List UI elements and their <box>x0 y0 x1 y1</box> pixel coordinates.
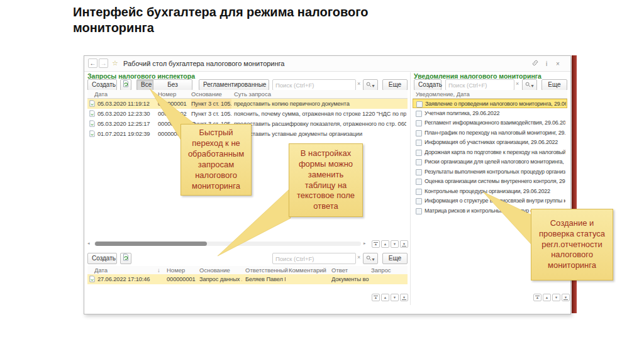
page-down-button[interactable]: ▼ <box>391 240 399 248</box>
list-item[interactable]: Заявление о проведении налогового монито… <box>413 99 567 108</box>
panel-divider <box>410 72 411 305</box>
clear-search-icon[interactable]: × <box>516 81 519 87</box>
create-based-on-icon[interactable] <box>120 79 131 91</box>
list-item[interactable]: Результаты выполнения контрольных процед… <box>413 167 567 177</box>
list-item[interactable]: Контрольные процедуры организации, 29.06… <box>413 187 567 196</box>
callout-form-settings: В настройках формы можно заменить таблиц… <box>289 143 363 217</box>
answers-more-button[interactable]: Еще ▾ <box>382 253 408 264</box>
cell-subject: пояснить, почему сумма, отраженная по ст… <box>234 109 406 119</box>
cell-number: 000000001 <box>167 274 197 284</box>
cell-date: 05.03.2020 12:25:17 <box>97 119 157 129</box>
sort-desc-icon[interactable]: ↓ <box>157 267 160 274</box>
table-nav-buttons: ▲ ▲ ▼ ▼ <box>370 240 408 248</box>
list-item[interactable]: Дорожная карта по подготовке к переходу … <box>413 148 567 157</box>
answers-table-header: Дата ↓ Номер Основание Ответственный Ком… <box>87 266 408 275</box>
page-down-button[interactable]: ▼ <box>552 294 560 301</box>
notifications-more-button[interactable]: Еще ▾ <box>541 79 567 91</box>
list-nav-buttons: ▲ ▲ ▼ ▼ <box>532 294 570 301</box>
col-basis: Основание <box>199 267 230 274</box>
notification-label: Регламент информационного взаимодействия… <box>425 118 565 128</box>
back-button[interactable]: ← <box>88 58 97 68</box>
cell-number: 000000002 <box>158 109 189 119</box>
notification-label: Контрольные процедуры организации, 29.06… <box>425 187 565 196</box>
more-label: Еще <box>389 81 401 88</box>
cell-date: 05.03.2020 11:19:12 <box>97 99 157 109</box>
col-comment: Комментарий <box>289 267 326 274</box>
notification-icon <box>416 159 422 165</box>
list-item[interactable]: Информация о структуре взаимосвязей внут… <box>413 196 567 206</box>
table-nav-buttons: ▲ ▲ ▼ ▼ <box>370 294 408 301</box>
filter-no-answer-button[interactable]: Без ответа (3) <box>153 79 192 91</box>
filter-all-button[interactable]: Все <box>136 79 153 91</box>
col-date: Дата <box>94 267 108 274</box>
go-first-button[interactable]: ▲ <box>372 294 380 301</box>
go-last-button[interactable]: ▼ <box>400 294 408 301</box>
go-first-button[interactable]: ▲ <box>372 240 380 248</box>
notification-icon <box>416 208 422 214</box>
forward-button[interactable]: → <box>99 58 108 68</box>
close-icon[interactable]: × <box>553 59 562 68</box>
dropdown-icon: ▾ <box>531 83 533 89</box>
page-up-button[interactable]: ▲ <box>381 294 389 301</box>
cell-subject: предоставить расшифровку показателя, отр… <box>234 119 406 129</box>
go-last-button[interactable]: ▼ <box>400 240 408 248</box>
create-request-button[interactable]: Создать <box>87 79 117 91</box>
search-icon[interactable]: ▾ <box>363 79 378 91</box>
page-up-button[interactable]: ▲ <box>543 294 551 301</box>
col-responsible: Ответственный <box>245 267 288 274</box>
regulated-reports-button[interactable]: Регламентированные отчеты <box>199 79 269 91</box>
page-up-button[interactable]: ▲ <box>381 240 389 248</box>
answers-search-input[interactable] <box>272 253 356 264</box>
page-down-button[interactable]: ▼ <box>391 294 399 301</box>
col-subject: Суть запроса <box>234 91 271 97</box>
list-item[interactable]: Информация об участниках организации, 29… <box>413 138 567 147</box>
notification-label: Результаты выполнения контрольных процед… <box>425 167 565 177</box>
scroll-left-icon[interactable]: ◂ <box>87 241 90 246</box>
favorite-star-icon[interactable]: ☆ <box>112 59 118 67</box>
notification-icon <box>416 130 422 136</box>
info-icon[interactable]: i <box>542 59 551 68</box>
notification-label: Оценка организации системы внутреннего к… <box>425 177 565 186</box>
go-last-button[interactable]: ▼ <box>562 294 570 301</box>
create-answer-button[interactable]: Создать <box>87 253 117 264</box>
notification-label: Дорожная карта по подготовке к переходу … <box>425 148 565 157</box>
more-label: Еще <box>389 255 401 262</box>
scrollbar-thumb[interactable] <box>95 242 207 246</box>
notification-label: Заявление о проведении налогового монито… <box>425 99 566 108</box>
create-based-on-icon[interactable] <box>120 253 131 264</box>
requests-search-input[interactable] <box>272 79 356 91</box>
cell-date: 05.03.2020 12:23:30 <box>97 109 157 119</box>
search-icon[interactable]: ▾ <box>522 79 537 91</box>
callout-reporting-status: Создание и проверка статуса регл.отчетно… <box>531 209 613 280</box>
link-icon[interactable] <box>531 59 540 68</box>
col-date: Дата <box>94 91 108 97</box>
cell-number: 000000001 <box>158 99 189 109</box>
requests-more-button[interactable]: Еще ▾ <box>382 79 408 91</box>
list-item[interactable]: Оценка организации системы внутреннего к… <box>413 177 567 186</box>
notification-icon <box>416 140 422 146</box>
notifications-search-input[interactable] <box>445 79 514 91</box>
cell-subject: предоставить копию первичного документа <box>234 99 406 109</box>
search-icon[interactable]: ▾ <box>363 253 378 264</box>
clear-search-icon[interactable]: × <box>357 81 360 87</box>
col-notification-date: Уведомление, Дата <box>416 91 470 97</box>
page-title: Интерфейс бухгалтера для режима налогово… <box>73 4 413 36</box>
cell-date: 01.07.2021 19:02:39 <box>97 129 157 139</box>
list-item[interactable]: Регламент информационного взаимодействия… <box>413 118 567 128</box>
clear-search-icon[interactable]: × <box>357 254 360 260</box>
table-row[interactable]: 05.03.2020 12:23:30 000000002 Пункт 3 ст… <box>87 109 408 119</box>
create-notification-button[interactable]: Создать <box>414 79 441 91</box>
dropdown-icon: ▾ <box>372 83 374 89</box>
notification-label: Риски организации для целей налогового м… <box>425 157 565 167</box>
list-item[interactable]: Учетная политика, 29.06.2022 <box>413 109 567 118</box>
horizontal-scrollbar[interactable] <box>94 242 361 246</box>
list-item[interactable]: План-график по переходу на налоговый мон… <box>413 128 567 138</box>
table-row[interactable]: 05.03.2020 11:19:12 000000001 Пункт 3 ст… <box>87 99 408 109</box>
requests-table-header: Дата Номер Основание Суть запроса <box>87 90 408 99</box>
list-item[interactable]: Риски организации для целей налогового м… <box>413 157 567 167</box>
window-titlebar: ← → ☆ Рабочий стол бухгалтера налогового… <box>84 56 570 72</box>
table-row[interactable]: 27.06.2022 17:10:46 000000001 Запрос дан… <box>87 274 408 284</box>
col-answer: Ответ <box>331 267 348 274</box>
go-first-button[interactable]: ▲ <box>533 294 541 301</box>
scroll-right-icon[interactable]: ▸ <box>364 241 366 246</box>
